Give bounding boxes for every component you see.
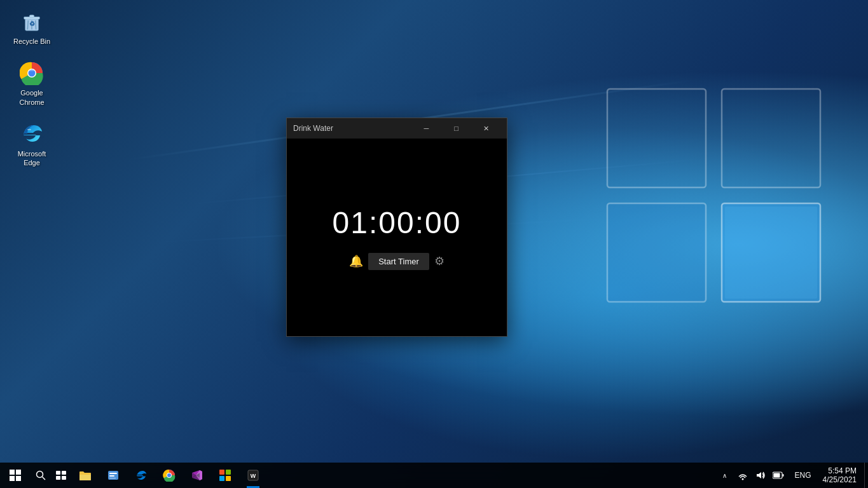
desktop: ♻ Recycle Bin — [0, 0, 868, 488]
start-button[interactable] — [0, 463, 31, 488]
taskbar-store[interactable] — [211, 463, 239, 488]
taskbar-drink-water[interactable]: W — [239, 463, 267, 488]
show-desktop-button[interactable] — [864, 463, 868, 488]
svg-point-21 — [37, 471, 43, 478]
svg-rect-24 — [62, 471, 66, 475]
svg-rect-20 — [16, 476, 21, 481]
clock-date: 4/25/2021 — [823, 475, 857, 484]
file-manager-icon — [107, 470, 120, 481]
svg-rect-35 — [219, 470, 224, 475]
timer-display: 01:00:00 — [333, 205, 462, 240]
svg-rect-29 — [109, 473, 117, 474]
svg-rect-16 — [27, 129, 31, 130]
google-chrome-icon[interactable]: Google Chrome — [6, 58, 57, 109]
svg-rect-4 — [725, 207, 817, 299]
svg-rect-30 — [109, 475, 114, 477]
svg-rect-2 — [607, 203, 706, 302]
speaker-icon — [755, 470, 766, 480]
svg-rect-36 — [226, 470, 231, 475]
recycle-bin-image: ♻ — [19, 9, 45, 34]
taskbar-search-button[interactable] — [31, 463, 51, 488]
svg-text:♻: ♻ — [29, 20, 35, 27]
task-view-button[interactable] — [51, 463, 71, 488]
taskbar-file-manager[interactable] — [99, 463, 127, 488]
store-icon — [219, 469, 231, 482]
timer-controls: 🔔 Start Timer ⚙ — [349, 253, 444, 270]
gear-icon[interactable]: ⚙ — [434, 254, 444, 268]
recycle-bin-icon[interactable]: ♻ Recycle Bin — [6, 6, 57, 48]
windows-logo — [595, 76, 836, 318]
search-icon — [36, 470, 46, 480]
close-button[interactable]: ✕ — [472, 118, 500, 139]
clock-time: 5:54 PM — [828, 466, 857, 475]
system-tray: ∧ — [712, 463, 791, 488]
svg-rect-38 — [226, 476, 231, 481]
chevron-icon: ∧ — [722, 472, 727, 479]
svg-line-22 — [43, 477, 46, 480]
start-timer-button[interactable]: Start Timer — [368, 253, 429, 270]
svg-rect-37 — [219, 476, 224, 481]
clock[interactable]: 5:54 PM 4/25/2021 — [815, 463, 864, 488]
tray-battery[interactable] — [771, 463, 786, 488]
tray-network[interactable] — [735, 463, 750, 488]
chrome-image — [19, 60, 45, 86]
start-icon — [10, 470, 21, 481]
tray-chevron-button[interactable]: ∧ — [717, 463, 733, 488]
task-view-icon — [56, 471, 66, 480]
taskbar: W ∧ — [0, 463, 868, 488]
window-title: Drink Water — [293, 124, 412, 133]
chrome-label: Google Chrome — [9, 88, 55, 107]
drink-water-taskbar-icon: W — [247, 469, 259, 482]
svg-text:W: W — [251, 473, 256, 479]
language-indicator[interactable]: ENG — [791, 463, 815, 488]
svg-rect-18 — [16, 470, 21, 475]
minimize-button[interactable]: ─ — [412, 118, 441, 139]
svg-rect-0 — [607, 89, 706, 187]
svg-rect-19 — [10, 476, 15, 481]
edge-label: Microsoft Edge — [9, 149, 55, 168]
visual-studio-icon — [191, 469, 203, 482]
bell-icon[interactable]: 🔔 — [349, 254, 363, 268]
svg-line-6 — [27, 20, 28, 29]
window-controls: ─ □ ✕ — [412, 118, 500, 139]
svg-point-41 — [741, 478, 743, 480]
taskbar-apps: W — [71, 463, 712, 488]
svg-rect-1 — [722, 89, 820, 187]
svg-rect-27 — [79, 475, 91, 480]
recycle-bin-label: Recycle Bin — [13, 37, 50, 46]
microsoft-edge-icon[interactable]: Microsoft Edge — [6, 119, 57, 170]
edge-image — [19, 121, 45, 147]
svg-rect-43 — [773, 473, 780, 478]
svg-point-34 — [167, 473, 171, 477]
taskbar-visual-studio[interactable] — [183, 463, 211, 488]
svg-rect-15 — [29, 70, 34, 71]
edge-taskbar-icon — [135, 469, 148, 482]
window-titlebar: Drink Water ─ □ ✕ — [287, 118, 507, 139]
svg-rect-23 — [56, 471, 60, 475]
svg-rect-26 — [62, 476, 66, 480]
file-explorer-icon — [79, 470, 92, 481]
svg-rect-10 — [29, 15, 34, 18]
desktop-icons: ♻ Recycle Bin — [6, 6, 57, 170]
drink-water-window: Drink Water ─ □ ✕ 01:00:00 🔔 Start Timer… — [286, 118, 507, 337]
maximize-button[interactable]: □ — [442, 118, 471, 139]
svg-rect-44 — [782, 474, 783, 477]
chrome-taskbar-icon — [163, 469, 176, 482]
network-icon — [738, 470, 748, 480]
svg-rect-25 — [56, 476, 60, 480]
taskbar-edge[interactable] — [127, 463, 155, 488]
battery-icon — [773, 471, 784, 479]
svg-rect-31 — [109, 478, 116, 478]
svg-rect-17 — [10, 470, 15, 475]
svg-line-8 — [36, 20, 36, 29]
taskbar-chrome[interactable] — [155, 463, 183, 488]
taskbar-file-explorer[interactable] — [71, 463, 99, 488]
window-content: 01:00:00 🔔 Start Timer ⚙ — [287, 139, 507, 336]
tray-speaker[interactable] — [753, 463, 768, 488]
